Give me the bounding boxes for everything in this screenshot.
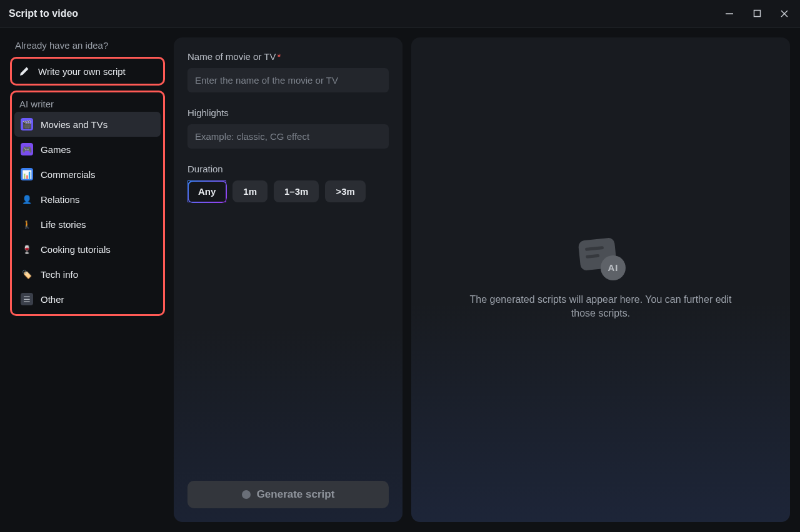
- duration-label: Duration: [188, 164, 389, 174]
- category-movies[interactable]: 🎬 Movies and TVs: [14, 112, 161, 137]
- category-cooking[interactable]: 🍷 Cooking tutorials: [14, 237, 161, 262]
- category-label: Cooking tutorials: [41, 244, 111, 255]
- ai-writer-heading: AI writer: [14, 95, 161, 112]
- duration-field: Duration Any 1m 1–3m >3m: [188, 164, 389, 202]
- category-list: 🎬 Movies and TVs 🎮 Games 📊 Commercials 👤…: [14, 112, 161, 312]
- write-own-script-button[interactable]: Write your own script: [13, 60, 162, 82]
- category-label: Life stories: [41, 219, 86, 230]
- category-tech[interactable]: 🏷️ Tech info: [14, 262, 161, 287]
- write-own-highlight: Write your own script: [10, 57, 165, 86]
- generate-label: Generate script: [257, 488, 335, 501]
- titlebar: Script to video: [0, 0, 800, 27]
- minimize-icon[interactable]: [722, 7, 736, 21]
- required-asterisk: *: [277, 51, 281, 62]
- results-panel: AI The generated scripts will appear her…: [411, 37, 790, 522]
- pencil-icon: [18, 65, 31, 77]
- duration-gt3m[interactable]: >3m: [325, 180, 365, 202]
- window-controls: [722, 7, 791, 21]
- category-label: Movies and TVs: [41, 119, 108, 130]
- window-title: Script to video: [9, 8, 78, 19]
- category-life-stories[interactable]: 🚶 Life stories: [14, 212, 161, 237]
- highlights-input[interactable]: [188, 124, 389, 149]
- glass-icon: 🍷: [21, 243, 33, 255]
- lines-icon: ☰: [21, 293, 33, 305]
- person-icon: 👤: [21, 193, 33, 205]
- chart-icon: 📊: [21, 168, 33, 180]
- category-games[interactable]: 🎮 Games: [14, 137, 161, 162]
- ai-badge-icon: AI: [601, 255, 626, 280]
- empty-state-icon: AI: [576, 239, 626, 280]
- form-panel: Name of movie or TV* Highlights Duration…: [174, 37, 402, 522]
- empty-state-text: The generated scripts will appear here. …: [463, 293, 738, 321]
- highlights-label: Highlights: [188, 107, 389, 118]
- tag-icon: 🏷️: [21, 268, 33, 280]
- duration-any[interactable]: Any: [188, 180, 226, 202]
- svg-rect-1: [754, 11, 760, 17]
- category-commercials[interactable]: 📊 Commercials: [14, 162, 161, 187]
- name-field: Name of movie or TV*: [188, 51, 389, 92]
- ai-writer-highlight: AI writer 🎬 Movies and TVs 🎮 Games 📊 Com…: [10, 91, 165, 316]
- category-relations[interactable]: 👤 Relations: [14, 187, 161, 212]
- name-input[interactable]: [188, 68, 389, 92]
- category-label: Relations: [41, 194, 80, 205]
- duration-1-3m[interactable]: 1–3m: [274, 180, 319, 202]
- write-own-label: Write your own script: [38, 66, 126, 77]
- maximize-icon[interactable]: [750, 7, 764, 21]
- idea-prompt-label: Already have an idea?: [10, 37, 165, 52]
- sphere-icon: [242, 490, 251, 499]
- category-label: Commercials: [41, 169, 96, 180]
- category-label: Games: [41, 144, 71, 155]
- category-other[interactable]: ☰ Other: [14, 287, 161, 312]
- highlights-field: Highlights: [188, 107, 389, 149]
- category-label: Other: [41, 294, 64, 305]
- content-area: Already have an idea? Write your own scr…: [0, 27, 800, 532]
- category-label: Tech info: [41, 269, 78, 280]
- duration-1m[interactable]: 1m: [232, 180, 268, 202]
- clapper-icon: 🎬: [21, 118, 33, 131]
- walk-icon: 🚶: [21, 218, 33, 230]
- generate-script-button[interactable]: Generate script: [188, 481, 389, 508]
- name-label: Name of movie or TV*: [188, 51, 389, 62]
- sidebar: Already have an idea? Write your own scr…: [10, 37, 165, 522]
- close-icon[interactable]: [778, 7, 791, 21]
- duration-options: Any 1m 1–3m >3m: [188, 180, 389, 202]
- gamepad-icon: 🎮: [21, 143, 33, 155]
